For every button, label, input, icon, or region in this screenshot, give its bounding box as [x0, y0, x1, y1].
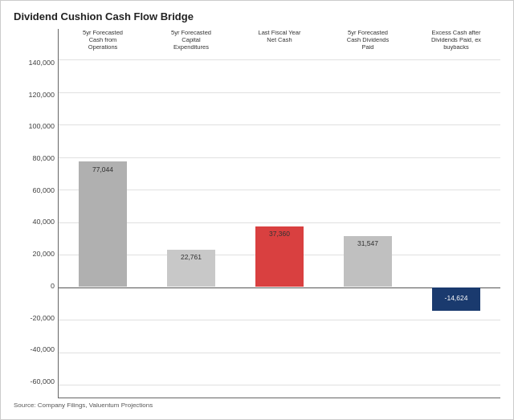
column-header: Last Fiscal Year Net Cash — [235, 29, 324, 43]
bar-column: 5yr Forecasted Cash from Operations77,04… — [59, 59, 147, 385]
y-axis-label: -60,000 — [30, 378, 55, 385]
y-axis-label: 40,000 — [32, 218, 55, 226]
bar-value-label: -14,624 — [445, 294, 468, 302]
y-axis-label: -40,000 — [30, 346, 55, 353]
bar-column: Excess Cash after Dividends Paid, ex buy… — [412, 59, 500, 385]
column-header: 5yr Forecasted Cash from Operations — [59, 29, 147, 51]
column-header: 5yr Forecasted Cash Dividends Paid — [324, 29, 412, 51]
y-axis-label: 140,000 — [28, 59, 55, 67]
y-axis-label: 0 — [51, 283, 55, 290]
y-axis-label: 60,000 — [32, 187, 55, 194]
chart-body: 5yr Forecasted Cash from Operations77,04… — [58, 29, 500, 398]
chart-area: 140,000120,000100,00080,00060,00040,0002… — [14, 29, 500, 398]
bar-value-label: 37,360 — [269, 230, 290, 238]
y-axis-label: 20,000 — [32, 251, 55, 258]
chart-title: Dividend Cushion Cash Flow Bridge — [14, 10, 500, 22]
y-axis-label: -20,000 — [30, 315, 55, 322]
column-header: 5yr Forecasted Capital Expenditures — [147, 29, 235, 51]
bar-rect — [79, 161, 128, 287]
y-axis-label: 120,000 — [28, 92, 55, 99]
y-axis-label: 80,000 — [32, 155, 55, 162]
y-axis-label: 100,000 — [28, 123, 55, 130]
bar-column: Last Fiscal Year Net Cash37,360 — [235, 59, 324, 385]
source-text: Source: Company Filings, Valuentum Proje… — [14, 402, 500, 409]
bar-column: 5yr Forecasted Capital Expenditures22,76… — [147, 59, 235, 385]
y-axis: 140,000120,000100,00080,00060,00040,0002… — [14, 29, 58, 398]
bars-area: 5yr Forecasted Cash from Operations77,04… — [59, 59, 500, 385]
columns-group: 5yr Forecasted Cash from Operations77,04… — [59, 59, 500, 385]
bar-value-label: 77,044 — [92, 165, 113, 173]
column-header: Excess Cash after Dividends Paid, ex buy… — [412, 29, 500, 51]
chart-container: Dividend Cushion Cash Flow Bridge 140,00… — [0, 0, 514, 420]
bar-value-label: 31,547 — [357, 239, 378, 247]
grid-line — [59, 385, 500, 385]
bar-column: 5yr Forecasted Cash Dividends Paid31,547 — [324, 59, 412, 385]
bar-value-label: 22,761 — [181, 253, 202, 261]
